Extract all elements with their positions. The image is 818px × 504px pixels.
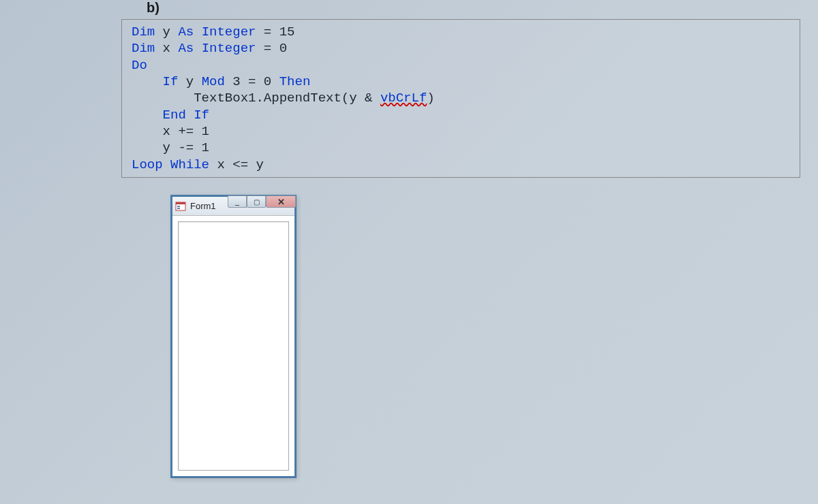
code-line-7: x += 1 [132, 123, 790, 140]
svg-rect-2 [177, 206, 180, 207]
form-title: Form1 [190, 201, 216, 211]
window-controls: ⎯ ▢ ✕ [228, 195, 296, 208]
code-line-8: y -= 1 [132, 140, 790, 156]
minimize-button[interactable]: ⎯ [228, 195, 247, 208]
form-icon [175, 201, 186, 212]
form-window: Form1 ⎯ ▢ ✕ [170, 195, 297, 478]
code-box: Dim y As Integer = 15 Dim x As Integer =… [121, 19, 800, 178]
titlebar[interactable]: Form1 ⎯ ▢ ✕ [172, 197, 294, 216]
code-line-6: End If [132, 107, 790, 123]
question-label: b) [147, 0, 160, 16]
code-line-2: Dim x As Integer = 0 [132, 40, 790, 57]
textbox1[interactable] [178, 221, 289, 471]
code-line-4: If y Mod 3 = 0 Then [132, 74, 790, 90]
code-line-1: Dim y As Integer = 15 [132, 24, 790, 40]
code-line-3: Do [132, 57, 790, 74]
close-button[interactable]: ✕ [266, 195, 296, 208]
code-line-5: TextBox1.AppendText(y & vbCrLf) [132, 90, 790, 106]
maximize-button[interactable]: ▢ [247, 195, 266, 208]
svg-rect-3 [177, 208, 180, 209]
svg-rect-1 [176, 202, 185, 204]
window-body [172, 216, 294, 476]
code-line-9: Loop While x <= y [132, 157, 790, 173]
